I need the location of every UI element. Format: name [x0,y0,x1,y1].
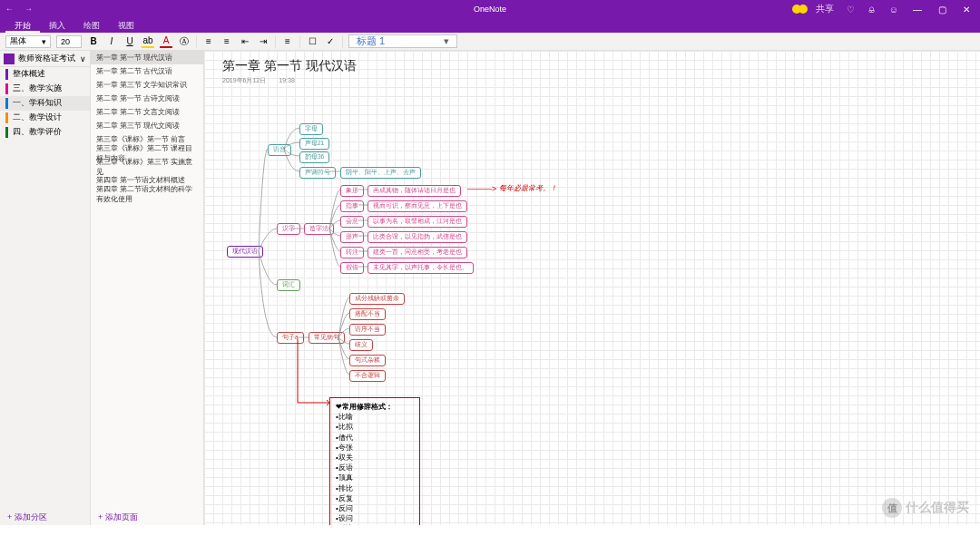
page-sidebar: 第一章 第一节 现代汉语第一章 第二节 古代汉语第一章 第三节 文学知识常识第二… [91,51,204,525]
indent-button[interactable]: ⇥ [257,35,270,48]
page-title[interactable]: 第一章 第一节 现代汉语 [222,58,357,74]
callout-title: ❤常用修辞格式： [336,402,414,412]
mm-root[interactable]: 现代汉语 [227,246,263,258]
mm-b2-1[interactable]: 象形 [340,185,364,197]
nav-back[interactable]: ← [0,5,19,14]
notebook-header[interactable]: 教师资格证考试 ∨ [0,51,90,67]
callout-item: •比拟 [336,422,414,432]
window-max[interactable]: ▢ [932,5,953,15]
mm-b1-4d[interactable]: 阴平、阳平、上声、去声 [340,167,421,179]
annotation-text[interactable]: 每年必最常考。！ [499,183,557,193]
mm-b3[interactable]: 词汇 [277,279,300,291]
window-close[interactable]: ✕ [956,5,976,15]
notebook-title: 教师资格证考试 [18,53,75,64]
page-item[interactable]: 第一章 第一节 现代汉语 [91,51,203,64]
callout-item: •排比 [336,483,414,493]
tab-draw[interactable]: 绘图 [74,18,109,33]
mm-b1-4[interactable]: 声调符号 [299,167,336,179]
tab-insert[interactable]: 插入 [40,18,74,33]
mm-b2-2d[interactable]: 视而可识，察而见意，上下是也 [368,200,467,212]
bold-button[interactable]: B [87,35,100,48]
highlight-button[interactable]: ab [142,35,154,48]
mm-b2-6d[interactable]: 未见其字，以声托事，令长是也。 [368,262,474,274]
mm-b1[interactable]: 语音 [268,144,291,156]
outdent-button[interactable]: ⇤ [239,35,251,48]
callout-item: •双关 [336,453,414,463]
mm-b2-2[interactable]: 指事 [340,200,364,212]
heading-style-select[interactable]: 标题 1▾ [348,34,457,48]
section-item[interactable]: 四、教学评价 [0,125,90,140]
section-item[interactable]: 整体概述 [0,67,90,82]
page-item[interactable]: 第二章 第一节 古诗文阅读 [91,92,203,105]
callout-item: •对比 [336,523,414,525]
mm-b4-3[interactable]: 语序不当 [349,324,386,336]
callout-item: •比喻 [336,412,414,422]
page-item[interactable]: 第二章 第三节 现代文阅读 [91,119,203,132]
callout-item: •反语 [336,463,414,473]
font-family-select[interactable]: 黑体▾ [5,35,51,48]
callout-box[interactable]: ❤常用修辞格式： •比喻•比拟•借代•夸张•双关•反语•顶真•排比•反复•反问•… [329,397,420,525]
nav-forward[interactable]: → [19,5,38,14]
bell-icon[interactable]: 🕭 [863,5,881,15]
mm-b2-5d[interactable]: 建类一首，同意相受，考老是也 [368,247,467,258]
section-sidebar: 教师资格证考试 ∨ 整体概述三、教学实施一、学科知识二、教学设计四、教学评价 +… [0,51,91,525]
mm-b2-4d[interactable]: 比类合谊，以见指㧑，武信是也 [368,231,467,243]
mm-b4[interactable]: 句子a [277,332,304,344]
mm-b2-6[interactable]: 假借 [340,262,364,274]
ribbon-tabs: 开始 插入 绘图 视图 [0,18,980,33]
font-size-select[interactable]: 20 [56,35,82,48]
italic-button[interactable]: I [105,35,118,48]
share-button[interactable]: 共享 [811,3,838,15]
mm-b1-2[interactable]: 声母21 [299,138,329,150]
add-section-button[interactable]: + 添加分区 [0,509,90,525]
mm-b4m[interactable]: 常见病句 [309,332,345,344]
callout-item: •反问 [336,503,414,513]
tab-view[interactable]: 视图 [109,18,143,33]
page-item[interactable]: 第二章 第二节 文言文阅读 [91,105,203,119]
section-item[interactable]: 二、教学设计 [0,111,90,125]
checkbox-button[interactable]: ☐ [306,35,318,48]
page-item[interactable]: 第一章 第三节 文学知识常识 [91,78,203,92]
page-item[interactable]: 第四章 第二节语文材料的科学有效化使用 [91,187,203,200]
lightbulb-icon[interactable]: ♡ [842,5,859,15]
mm-b2-1d[interactable]: 画成其物，随体诘诎日月是也 [368,185,461,197]
callout-item: •夸张 [336,443,414,453]
tag-button[interactable]: ✓ [324,35,337,48]
mm-b1-3[interactable]: 韵母36 [299,151,329,163]
font-color-button[interactable]: A [160,35,172,48]
mm-b2-3d[interactable]: 以事为名，取譬相成，江河是也 [368,216,467,228]
mm-b4-2[interactable]: 搭配不当 [349,308,386,320]
mm-b1-1[interactable]: 字母 [299,123,323,135]
section-item[interactable]: 一、学科知识 [0,96,90,111]
mm-b2-5[interactable]: 转注 [340,247,364,258]
page-item[interactable]: 第三章《课标》第三节 实施意见 [91,160,203,173]
callout-item: •反复 [336,493,414,503]
mm-b2-4[interactable]: 形声 [340,231,364,243]
account-avatars[interactable] [792,5,808,14]
underline-button[interactable]: U [123,35,136,48]
callout-item: •借代 [336,433,414,443]
numbering-button[interactable]: ≡ [220,35,233,48]
mm-b4-5[interactable]: 句式杂糅 [349,355,386,366]
section-item[interactable]: 三、教学实施 [0,82,90,96]
notebook-icon [4,54,15,64]
align-button[interactable]: ≡ [281,35,294,48]
page-item[interactable]: 第一章 第二节 古代汉语 [91,64,203,78]
watermark-badge-icon: 值 [882,498,902,518]
titlebar: ← → OneNote 共享 ♡ 🕭 ☺ — ▢ ✕ [0,0,980,18]
tab-home[interactable]: 开始 [5,18,40,33]
annotation-arrow: ———> [467,184,496,193]
mm-b2[interactable]: 汉字 [277,223,300,235]
mm-b4-6[interactable]: 不合逻辑 [349,370,386,382]
note-canvas[interactable]: 第一章 第一节 现代汉语 2019年6月12日19:38 现代汉语 语音 字母 … [204,51,980,525]
add-page-button[interactable]: + 添加页面 [91,509,203,525]
mm-b2m[interactable]: 造字法 [304,223,334,235]
bullets-button[interactable]: ≡ [202,35,215,48]
mm-b2-3[interactable]: 会意 [340,216,364,228]
page-date: 2019年6月12日19:38 [222,76,295,85]
mm-b4-4[interactable]: 歧义 [349,339,373,351]
clear-format-button[interactable]: Ⓐ [178,35,191,48]
mm-b4-1[interactable]: 成分残缺或赘余 [349,293,405,305]
smile-icon[interactable]: ☺ [885,5,903,15]
window-min[interactable]: — [906,5,928,15]
